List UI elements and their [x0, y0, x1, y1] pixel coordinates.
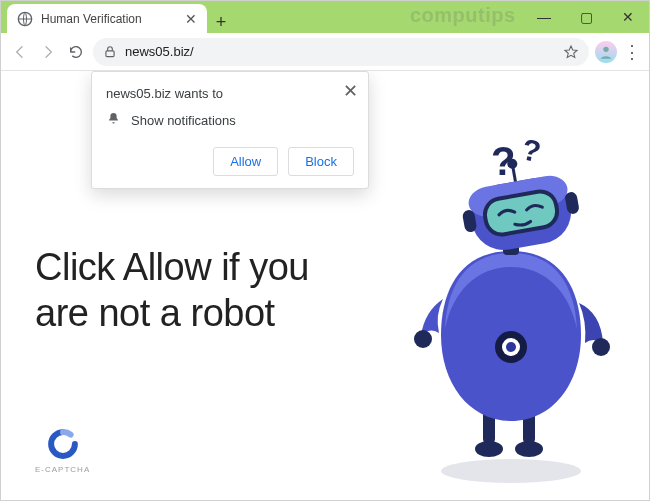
url-input[interactable] — [125, 44, 555, 59]
navbar: ⋮ — [1, 33, 649, 71]
popup-close-icon[interactable]: ✕ — [343, 80, 358, 102]
globe-icon — [17, 11, 33, 27]
bookmark-star-icon[interactable] — [563, 44, 579, 60]
lock-icon — [103, 45, 117, 59]
svg-point-3 — [441, 459, 581, 483]
popup-origin-text: news05.biz wants to — [106, 86, 354, 101]
browser-window: computips Human Verification ✕ + — ▢ ✕ — [0, 0, 650, 501]
allow-button[interactable]: Allow — [213, 147, 278, 176]
window-controls: — ▢ ✕ — [523, 1, 649, 33]
svg-point-10 — [506, 342, 516, 352]
svg-point-12 — [592, 338, 610, 356]
svg-point-11 — [414, 330, 432, 348]
window-close-button[interactable]: ✕ — [607, 1, 649, 33]
new-tab-button[interactable]: + — [207, 12, 235, 33]
question-mark-icon: ? — [519, 132, 544, 168]
popup-permission-label: Show notifications — [131, 113, 236, 128]
ecaptcha-logo: E-CAPTCHA — [35, 427, 90, 474]
page-content: ✕ news05.biz wants to Show notifications… — [1, 71, 649, 500]
ecaptcha-label: E-CAPTCHA — [35, 465, 90, 474]
tab-strip: Human Verification ✕ + — [1, 1, 523, 33]
tab-active[interactable]: Human Verification ✕ — [7, 4, 207, 33]
page-headline: Click Allow if you are not a robot — [35, 245, 345, 336]
profile-avatar[interactable] — [595, 41, 617, 63]
forward-button[interactable] — [37, 41, 59, 63]
notification-permission-popup: ✕ news05.biz wants to Show notifications… — [91, 71, 369, 189]
address-bar[interactable] — [93, 38, 589, 66]
reload-button[interactable] — [65, 41, 87, 63]
browser-menu-button[interactable]: ⋮ — [623, 41, 641, 63]
svg-point-7 — [515, 441, 543, 457]
block-button[interactable]: Block — [288, 147, 354, 176]
ecaptcha-icon — [46, 427, 80, 461]
robot-illustration: ? ? — [371, 131, 631, 491]
bell-icon — [106, 111, 121, 129]
popup-button-row: Allow Block — [106, 147, 354, 176]
svg-point-6 — [475, 441, 503, 457]
svg-point-2 — [603, 46, 608, 51]
popup-permission-row: Show notifications — [106, 111, 354, 129]
maximize-button[interactable]: ▢ — [565, 1, 607, 33]
tab-close-icon[interactable]: ✕ — [185, 11, 197, 27]
svg-rect-1 — [106, 50, 114, 56]
tab-title: Human Verification — [41, 12, 177, 26]
titlebar: computips Human Verification ✕ + — ▢ ✕ — [1, 1, 649, 33]
minimize-button[interactable]: — — [523, 1, 565, 33]
back-button[interactable] — [9, 41, 31, 63]
